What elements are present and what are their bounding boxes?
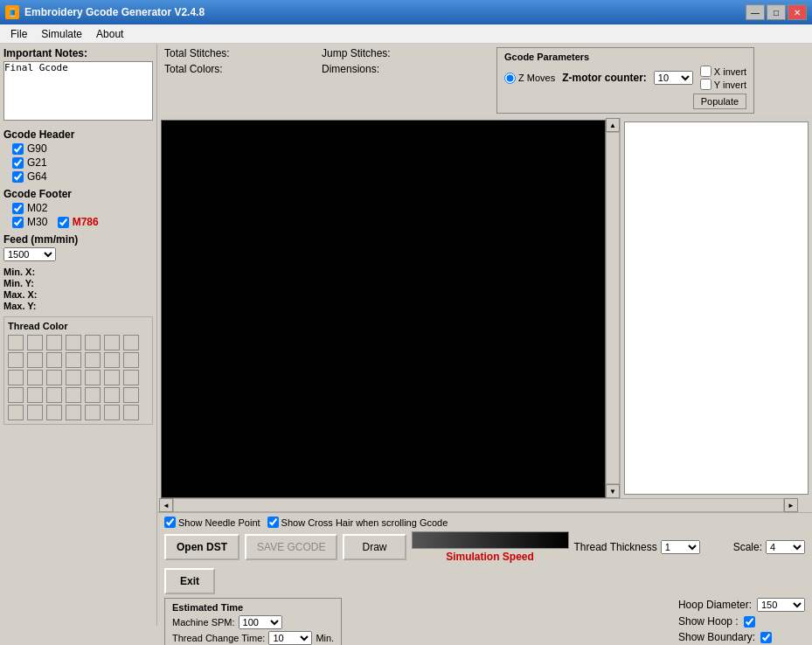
g90-checkbox[interactable]	[12, 143, 24, 155]
color-cell[interactable]	[27, 370, 43, 385]
color-cell[interactable]	[8, 370, 24, 385]
color-cell[interactable]	[104, 387, 120, 403]
color-cell[interactable]	[46, 335, 62, 350]
canvas-display[interactable]	[161, 120, 606, 498]
gcode-params-title: Gcode Parameters	[504, 52, 746, 62]
scroll-horizontal-track[interactable]	[173, 498, 784, 512]
scale-label: Scale:	[733, 541, 762, 553]
z-moves-radio[interactable]	[504, 73, 516, 84]
thread-color-section: Thread Color	[3, 316, 153, 425]
color-cell[interactable]	[85, 387, 101, 403]
simulation-speed-container: Simulation Speed	[412, 531, 569, 563]
horizontal-scrollbar: ◄ ►	[159, 498, 798, 512]
color-cell[interactable]	[46, 387, 62, 403]
color-cell[interactable]	[66, 352, 81, 368]
menu-simulate[interactable]: Simulate	[34, 26, 89, 42]
color-cell[interactable]	[27, 352, 43, 368]
color-cell[interactable]	[27, 387, 43, 403]
color-cell[interactable]	[104, 405, 120, 420]
color-cell[interactable]	[8, 352, 24, 368]
thread-change-unit: Min.	[316, 633, 334, 643]
scroll-down-button[interactable]: ▼	[606, 484, 620, 498]
color-cell[interactable]	[66, 335, 81, 350]
open-dst-button[interactable]: Open DST	[164, 534, 239, 560]
show-hoop-checkbox[interactable]	[744, 616, 755, 628]
hoop-diameter-label: Hoop Diameter:	[678, 599, 752, 611]
scroll-up-button[interactable]: ▲	[606, 118, 620, 132]
z-counter-select[interactable]: 10 1 2 5 20	[654, 71, 693, 85]
color-cell[interactable]	[46, 352, 62, 368]
thread-thickness-label: Thread Thickness	[574, 541, 657, 553]
g21-checkbox[interactable]	[12, 157, 24, 169]
gcode-footer-title: Gcode Footer	[3, 188, 153, 200]
color-cell[interactable]	[104, 370, 120, 385]
color-cell[interactable]	[66, 405, 81, 420]
populate-button[interactable]: Populate	[693, 94, 746, 109]
simulation-speed-bar[interactable]	[412, 531, 569, 549]
save-gcode-button[interactable]: SAVE GCODE	[245, 534, 337, 560]
show-cross-hair-checkbox[interactable]	[267, 517, 279, 528]
color-cell[interactable]	[66, 387, 81, 403]
x-invert-checkbox[interactable]	[700, 66, 711, 77]
show-needle-point-checkbox[interactable]	[164, 517, 176, 528]
title-bar: 🧵 Embroidery Gcode Generator V2.4.8 — □ …	[0, 0, 812, 24]
m30-checkbox[interactable]	[12, 217, 24, 228]
color-cell[interactable]	[123, 370, 139, 385]
color-cell[interactable]	[85, 370, 101, 385]
color-cell[interactable]	[104, 335, 120, 350]
minimize-button[interactable]: —	[746, 4, 765, 20]
main-content: Important Notes: Final Gcode Gcode Heade…	[0, 44, 812, 626]
z-moves-label: Z Moves	[518, 73, 555, 83]
g64-checkbox[interactable]	[12, 171, 24, 183]
estimated-time-title: Estimated Time	[172, 602, 334, 613]
total-colors-label: Total Colors:	[164, 63, 223, 75]
thread-thickness-select[interactable]: 1 2 3	[661, 540, 700, 554]
m786-checkbox[interactable]	[58, 217, 69, 228]
menu-about[interactable]: About	[89, 26, 130, 42]
color-cell[interactable]	[123, 387, 139, 403]
scroll-vertical-track[interactable]	[606, 132, 620, 484]
feed-select[interactable]: 1500 1000 2000 3000	[3, 247, 56, 261]
scroll-right-button[interactable]: ►	[784, 498, 798, 512]
g90-label: G90	[27, 142, 47, 155]
color-cell[interactable]	[66, 370, 81, 385]
color-cell[interactable]	[8, 335, 24, 350]
color-cell[interactable]	[123, 352, 139, 368]
gcode-textarea[interactable]: Final Gcode	[3, 61, 153, 121]
thread-change-select[interactable]: 10 5 15	[268, 631, 312, 645]
maximize-button[interactable]: □	[767, 4, 786, 20]
color-cell[interactable]	[123, 335, 139, 350]
machine-spm-select[interactable]: 100 200 300	[239, 615, 282, 629]
menu-bar: File Simulate About	[0, 24, 812, 44]
menu-file[interactable]: File	[3, 26, 34, 42]
y-invert-checkbox[interactable]	[700, 79, 711, 90]
color-cell[interactable]	[8, 405, 24, 420]
color-cell[interactable]	[85, 405, 101, 420]
gcode-header-title: Gcode Header	[3, 128, 153, 141]
color-cell[interactable]	[27, 335, 43, 350]
total-stitches-label: Total Stitches:	[164, 47, 230, 59]
exit-button[interactable]: Exit	[164, 568, 215, 594]
g21-label: G21	[27, 156, 47, 169]
draw-button[interactable]: Draw	[343, 534, 406, 560]
feed-title: Feed (mm/min)	[3, 233, 153, 246]
close-button[interactable]: ✕	[788, 4, 807, 20]
color-cell[interactable]	[46, 370, 62, 385]
color-cell[interactable]	[85, 352, 101, 368]
show-needle-point-label[interactable]: Show Needle Point	[164, 517, 260, 528]
hoop-diameter-select[interactable]: 150 100 200	[757, 598, 805, 612]
color-cell[interactable]	[85, 335, 101, 350]
color-cell[interactable]	[123, 405, 139, 420]
dimensions-label: Dimensions:	[322, 63, 379, 75]
scroll-left-button[interactable]: ◄	[159, 498, 173, 512]
color-cell[interactable]	[46, 405, 62, 420]
color-cell[interactable]	[104, 352, 120, 368]
color-cell[interactable]	[8, 387, 24, 403]
show-boundary-checkbox[interactable]	[760, 632, 772, 643]
color-cell[interactable]	[27, 405, 43, 420]
scale-select[interactable]: 1 2 4 8	[766, 540, 805, 554]
m02-checkbox[interactable]	[12, 203, 24, 214]
show-hoop-label: Show Hoop :	[678, 615, 739, 628]
left-panel: Important Notes: Final Gcode Gcode Heade…	[0, 44, 157, 626]
show-cross-hair-label[interactable]: Show Cross Hair when scrolling Gcode	[267, 517, 448, 528]
